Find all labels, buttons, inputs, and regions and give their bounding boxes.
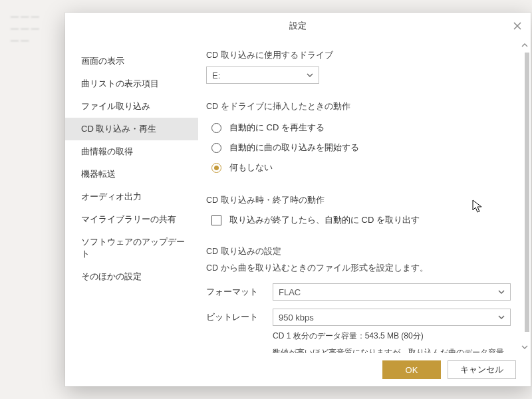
insert-option-row-2: 何もしない (206, 158, 511, 178)
drive-select-value: E: (212, 70, 220, 80)
insert-option-label-0: 自動的に CD を再生する (229, 122, 325, 134)
sidebar-item-8[interactable]: ソフトウェアのアップデート (65, 231, 198, 265)
ok-button[interactable]: OK (382, 360, 441, 379)
sidebar-item-9[interactable]: そのほかの設定 (65, 265, 198, 288)
scroll-up-icon[interactable] (520, 41, 529, 50)
format-select[interactable]: FLAC (273, 283, 511, 301)
close-icon (513, 21, 522, 31)
insert-option-radio-2[interactable] (211, 163, 221, 173)
sidebar-item-4[interactable]: 曲情報の取得 (65, 140, 198, 163)
sidebar-item-3[interactable]: CD 取り込み・再生 (65, 118, 198, 140)
section-title-drive: CD 取り込みに使用するドライブ (206, 50, 511, 61)
chevron-down-icon (498, 314, 505, 321)
section-rip-settings: CD 取り込みの設定 CD から曲を取り込むときのファイル形式を設定します。 フ… (206, 246, 511, 353)
insert-option-label-1: 自動的に曲の取り込みを開始する (229, 142, 359, 154)
close-button[interactable] (508, 17, 527, 35)
scrollbar-thumb[interactable] (525, 53, 529, 332)
bitrate-select-value: 950 kbps (279, 313, 314, 323)
dialog-footer: OK キャンセル (65, 353, 531, 386)
sidebar-item-1[interactable]: 曲リストの表示項目 (65, 72, 198, 95)
quality-hint: 数値が高いほど高音質になりますが、取り込んだ曲のデータ容量も大きくなります。 (273, 346, 511, 353)
insert-option-row-1: 自動的に曲の取り込みを開始する (206, 138, 511, 158)
sidebar-item-2[interactable]: ファイル取り込み (65, 95, 198, 118)
insert-option-label-2: 何もしない (229, 162, 273, 174)
dialog-titlebar: 設定 (65, 13, 531, 39)
scroll-down-icon[interactable] (520, 342, 529, 352)
drive-select[interactable]: E: (206, 66, 319, 84)
insert-option-row-0: 自動的に CD を再生する (206, 118, 511, 138)
chevron-down-icon (498, 289, 505, 295)
insert-option-radio-1[interactable] (211, 143, 221, 153)
settings-main: CD 取り込みに使用するドライブ E: CD をドライブに挿入したときの動作 自… (198, 39, 531, 353)
auto-eject-checkbox[interactable] (211, 215, 221, 225)
section-title-ripend: CD 取り込み時・終了時の動作 (206, 195, 511, 206)
section-rip-end: CD 取り込み時・終了時の動作 取り込みが終了したら、自動的に CD を取り出す (206, 195, 511, 229)
section-drive: CD 取り込みに使用するドライブ E: (206, 50, 511, 84)
section-insert-action: CD をドライブに挿入したときの動作 自動的に CD を再生する自動的に曲の取り… (206, 101, 511, 178)
sidebar-item-5[interactable]: 機器転送 (65, 163, 198, 186)
bitrate-label: ビットレート (206, 312, 273, 323)
settings-dialog: 設定 画面の表示曲リストの表示項目ファイル取り込みCD 取り込み・再生曲情報の取… (65, 13, 531, 386)
auto-eject-label: 取り込みが終了したら、自動的に CD を取り出す (229, 214, 420, 226)
capacity-hint: CD 1 枚分のデータ容量：543.5 MB (80分) (273, 330, 511, 342)
cancel-button[interactable]: キャンセル (448, 360, 516, 379)
section-title-ripsettings: CD 取り込みの設定 (206, 246, 511, 257)
rip-settings-desc: CD から曲を取り込むときのファイル形式を設定します。 (206, 263, 511, 274)
bitrate-select[interactable]: 950 kbps (273, 309, 511, 326)
section-title-insert: CD をドライブに挿入したときの動作 (206, 101, 511, 112)
dialog-title: 設定 (289, 20, 307, 32)
format-label: フォーマット (206, 287, 273, 298)
insert-option-radio-0[interactable] (211, 123, 221, 133)
chevron-down-icon (307, 72, 313, 78)
format-select-value: FLAC (279, 287, 301, 297)
sidebar-item-6[interactable]: オーディオ出力 (65, 186, 198, 208)
sidebar-item-0[interactable]: 画面の表示 (65, 50, 198, 72)
sidebar-item-7[interactable]: マイライブラリーの共有 (65, 208, 198, 231)
settings-sidebar: 画面の表示曲リストの表示項目ファイル取り込みCD 取り込み・再生曲情報の取得機器… (65, 39, 198, 353)
